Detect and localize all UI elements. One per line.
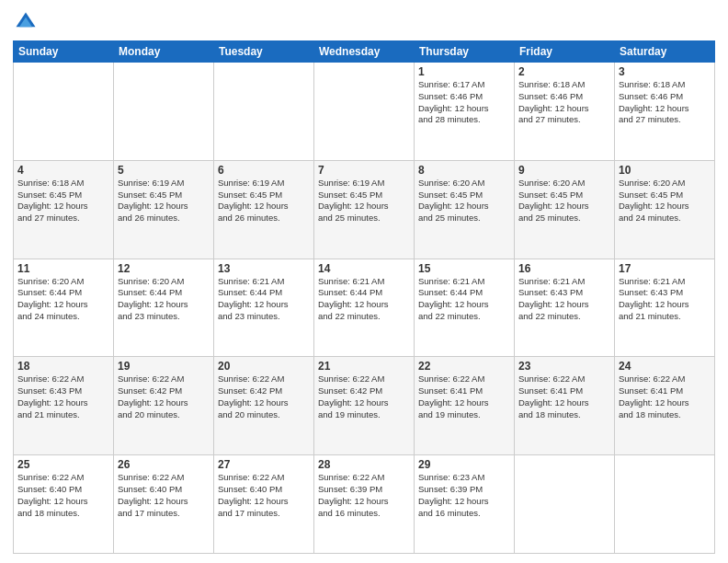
day-detail: Sunrise: 6:23 AM Sunset: 6:39 PM Dayligh… xyxy=(418,472,510,519)
day-detail: Sunrise: 6:20 AM Sunset: 6:45 PM Dayligh… xyxy=(418,178,510,224)
day-detail: Sunrise: 6:19 AM Sunset: 6:45 PM Dayligh… xyxy=(318,178,410,224)
calendar-cell: 6Sunrise: 6:19 AM Sunset: 6:45 PM Daylig… xyxy=(214,160,314,259)
day-number: 4 xyxy=(17,164,109,177)
calendar-cell: 9Sunrise: 6:20 AM Sunset: 6:45 PM Daylig… xyxy=(515,160,615,259)
calendar-cell: 26Sunrise: 6:22 AM Sunset: 6:40 PM Dayli… xyxy=(114,455,214,554)
day-number: 3 xyxy=(619,65,711,78)
day-number: 19 xyxy=(118,360,210,373)
calendar-cell: 28Sunrise: 6:22 AM Sunset: 6:39 PM Dayli… xyxy=(314,455,415,554)
day-detail: Sunrise: 6:22 AM Sunset: 6:42 PM Dayligh… xyxy=(118,373,210,420)
day-detail: Sunrise: 6:22 AM Sunset: 6:40 PM Dayligh… xyxy=(218,472,310,519)
day-detail: Sunrise: 6:19 AM Sunset: 6:45 PM Dayligh… xyxy=(218,178,310,224)
calendar-cell: 12Sunrise: 6:20 AM Sunset: 6:44 PM Dayli… xyxy=(114,259,214,357)
day-number: 18 xyxy=(17,360,109,373)
calendar-cell: 23Sunrise: 6:22 AM Sunset: 6:41 PM Dayli… xyxy=(515,357,615,455)
week-row-4: 18Sunrise: 6:22 AM Sunset: 6:43 PM Dayli… xyxy=(14,357,715,455)
calendar-cell: 13Sunrise: 6:21 AM Sunset: 6:44 PM Dayli… xyxy=(214,259,314,357)
day-number: 16 xyxy=(518,262,610,275)
day-detail: Sunrise: 6:20 AM Sunset: 6:44 PM Dayligh… xyxy=(17,276,109,323)
day-number: 13 xyxy=(218,262,310,275)
calendar-cell: 20Sunrise: 6:22 AM Sunset: 6:42 PM Dayli… xyxy=(214,357,314,455)
calendar-cell: 22Sunrise: 6:22 AM Sunset: 6:41 PM Dayli… xyxy=(415,357,515,455)
day-header-monday: Monday xyxy=(114,41,214,63)
calendar-cell: 18Sunrise: 6:22 AM Sunset: 6:43 PM Dayli… xyxy=(14,357,114,455)
day-detail: Sunrise: 6:22 AM Sunset: 6:41 PM Dayligh… xyxy=(619,373,711,420)
day-detail: Sunrise: 6:19 AM Sunset: 6:45 PM Dayligh… xyxy=(118,178,210,224)
day-number: 26 xyxy=(118,458,210,471)
day-number: 1 xyxy=(418,65,510,78)
calendar-cell xyxy=(515,455,615,554)
calendar-cell xyxy=(615,455,715,554)
logo-icon xyxy=(13,9,39,35)
calendar-body: 1Sunrise: 6:17 AM Sunset: 6:46 PM Daylig… xyxy=(14,63,715,554)
day-detail: Sunrise: 6:22 AM Sunset: 6:40 PM Dayligh… xyxy=(118,472,210,519)
calendar-cell: 1Sunrise: 6:17 AM Sunset: 6:46 PM Daylig… xyxy=(415,63,515,161)
day-number: 23 xyxy=(518,360,610,373)
calendar-cell: 4Sunrise: 6:18 AM Sunset: 6:45 PM Daylig… xyxy=(14,160,114,259)
day-header-tuesday: Tuesday xyxy=(214,41,314,63)
day-header-sunday: Sunday xyxy=(14,41,114,63)
day-number: 21 xyxy=(318,360,410,373)
day-detail: Sunrise: 6:22 AM Sunset: 6:41 PM Dayligh… xyxy=(418,373,510,420)
day-detail: Sunrise: 6:18 AM Sunset: 6:45 PM Dayligh… xyxy=(17,178,109,224)
calendar-cell: 29Sunrise: 6:23 AM Sunset: 6:39 PM Dayli… xyxy=(415,455,515,554)
day-detail: Sunrise: 6:21 AM Sunset: 6:44 PM Dayligh… xyxy=(418,276,510,323)
day-number: 10 xyxy=(619,164,711,177)
day-detail: Sunrise: 6:22 AM Sunset: 6:42 PM Dayligh… xyxy=(218,373,310,420)
day-number: 29 xyxy=(418,458,510,471)
calendar-cell: 11Sunrise: 6:20 AM Sunset: 6:44 PM Dayli… xyxy=(14,259,114,357)
calendar-cell: 27Sunrise: 6:22 AM Sunset: 6:40 PM Dayli… xyxy=(214,455,314,554)
calendar-cell: 19Sunrise: 6:22 AM Sunset: 6:42 PM Dayli… xyxy=(114,357,214,455)
day-detail: Sunrise: 6:22 AM Sunset: 6:40 PM Dayligh… xyxy=(17,472,109,519)
calendar-cell xyxy=(314,63,415,161)
calendar-cell xyxy=(114,63,214,161)
calendar-cell: 17Sunrise: 6:21 AM Sunset: 6:43 PM Dayli… xyxy=(615,259,715,357)
calendar-cell: 5Sunrise: 6:19 AM Sunset: 6:45 PM Daylig… xyxy=(114,160,214,259)
day-number: 17 xyxy=(619,262,711,275)
calendar-cell: 14Sunrise: 6:21 AM Sunset: 6:44 PM Dayli… xyxy=(314,259,415,357)
calendar-cell: 21Sunrise: 6:22 AM Sunset: 6:42 PM Dayli… xyxy=(314,357,415,455)
day-detail: Sunrise: 6:18 AM Sunset: 6:46 PM Dayligh… xyxy=(619,79,711,126)
calendar-cell xyxy=(214,63,314,161)
day-detail: Sunrise: 6:21 AM Sunset: 6:43 PM Dayligh… xyxy=(518,276,610,323)
calendar-cell: 25Sunrise: 6:22 AM Sunset: 6:40 PM Dayli… xyxy=(14,455,114,554)
day-detail: Sunrise: 6:22 AM Sunset: 6:42 PM Dayligh… xyxy=(318,373,410,420)
header-row: SundayMondayTuesdayWednesdayThursdayFrid… xyxy=(14,41,715,63)
day-header-thursday: Thursday xyxy=(415,41,515,63)
day-detail: Sunrise: 6:20 AM Sunset: 6:45 PM Dayligh… xyxy=(619,178,711,224)
day-detail: Sunrise: 6:18 AM Sunset: 6:46 PM Dayligh… xyxy=(518,79,610,126)
day-number: 22 xyxy=(418,360,510,373)
calendar-cell: 16Sunrise: 6:21 AM Sunset: 6:43 PM Dayli… xyxy=(515,259,615,357)
day-detail: Sunrise: 6:22 AM Sunset: 6:41 PM Dayligh… xyxy=(518,373,610,420)
day-number: 12 xyxy=(118,262,210,275)
week-row-1: 1Sunrise: 6:17 AM Sunset: 6:46 PM Daylig… xyxy=(14,63,715,161)
day-number: 20 xyxy=(218,360,310,373)
calendar-cell: 2Sunrise: 6:18 AM Sunset: 6:46 PM Daylig… xyxy=(515,63,615,161)
day-detail: Sunrise: 6:20 AM Sunset: 6:45 PM Dayligh… xyxy=(518,178,610,224)
page: SundayMondayTuesdayWednesdayThursdayFrid… xyxy=(0,0,728,563)
day-number: 11 xyxy=(17,262,109,275)
calendar-cell: 3Sunrise: 6:18 AM Sunset: 6:46 PM Daylig… xyxy=(615,63,715,161)
day-detail: Sunrise: 6:21 AM Sunset: 6:43 PM Dayligh… xyxy=(619,276,711,323)
day-number: 2 xyxy=(518,65,610,78)
calendar-cell: 10Sunrise: 6:20 AM Sunset: 6:45 PM Dayli… xyxy=(615,160,715,259)
day-header-wednesday: Wednesday xyxy=(314,41,415,63)
day-number: 14 xyxy=(318,262,410,275)
day-detail: Sunrise: 6:22 AM Sunset: 6:43 PM Dayligh… xyxy=(17,373,109,420)
header xyxy=(13,9,715,35)
calendar-header: SundayMondayTuesdayWednesdayThursdayFrid… xyxy=(14,41,715,63)
calendar-cell xyxy=(14,63,114,161)
day-detail: Sunrise: 6:17 AM Sunset: 6:46 PM Dayligh… xyxy=(418,79,510,126)
logo xyxy=(13,9,42,35)
day-number: 6 xyxy=(218,164,310,177)
calendar-table: SundayMondayTuesdayWednesdayThursdayFrid… xyxy=(13,40,715,554)
calendar-cell: 7Sunrise: 6:19 AM Sunset: 6:45 PM Daylig… xyxy=(314,160,415,259)
calendar-cell: 8Sunrise: 6:20 AM Sunset: 6:45 PM Daylig… xyxy=(415,160,515,259)
day-number: 9 xyxy=(518,164,610,177)
day-detail: Sunrise: 6:20 AM Sunset: 6:44 PM Dayligh… xyxy=(118,276,210,323)
day-number: 5 xyxy=(118,164,210,177)
day-number: 7 xyxy=(318,164,410,177)
day-number: 27 xyxy=(218,458,310,471)
day-number: 8 xyxy=(418,164,510,177)
calendar-cell: 15Sunrise: 6:21 AM Sunset: 6:44 PM Dayli… xyxy=(415,259,515,357)
